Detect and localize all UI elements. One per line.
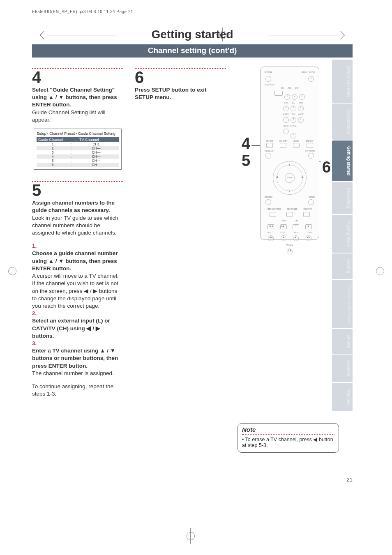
- osd-row: 2:CH—: [37, 146, 119, 150]
- callout-5: 5: [242, 152, 250, 170]
- side-tab: Español: [332, 355, 353, 382]
- substep-2-bold: Select an external input (L) or CATV/TV …: [32, 318, 110, 339]
- vcrplus-label: VCR Plus+: [265, 83, 275, 86]
- side-tab: Before you start: [332, 60, 353, 103]
- return-label: RETURN: [265, 196, 272, 198]
- side-tab: Others: [332, 329, 353, 354]
- step-4-number: 4: [32, 69, 123, 85]
- osd-screenshot: Setup> Channel Preset> Guide Channel Set…: [34, 129, 122, 170]
- skip-label: SKIP: [282, 219, 286, 222]
- menulist-button-icon: [265, 153, 271, 159]
- menulist-label: MENU/LIST: [265, 150, 274, 152]
- fwd-button-icon: ▶▶: [306, 235, 311, 241]
- substep-2-num: 2.: [32, 310, 37, 316]
- skip-prev-button: |◀◀: [267, 224, 274, 229]
- transport-label: FWD: [308, 232, 312, 234]
- setup-button-icon: [308, 199, 314, 205]
- rec-otr-button: [303, 212, 310, 217]
- pause-label: PAUSE: [286, 244, 293, 246]
- osd-row: 5:CH—: [37, 159, 119, 163]
- dpad-left-icon: ◀: [276, 175, 278, 179]
- osd-row: 6:CH—: [37, 163, 119, 167]
- substep-1-text2: If the channel you wish to set is not on…: [32, 280, 118, 309]
- step-4-text: Guide Channel Setting list will appear.: [32, 109, 106, 123]
- side-tab: Connections: [332, 104, 353, 140]
- remote-open-close-label: OPEN CLOSE: [301, 71, 315, 74]
- transport-label: STOP: [280, 232, 285, 234]
- subsection-band: Channel setting (cont'd): [32, 44, 353, 58]
- osd-row: 1:CH1: [37, 142, 119, 146]
- dpad-ring: ENTER ▲ ▼ ◀ ▶: [273, 161, 307, 195]
- remote-mid-item: ZOOM: [292, 140, 300, 149]
- substep-3-bold: Enter a TV channel using ▲ / ▼ buttons o…: [32, 348, 118, 368]
- osd-head-right: TV Channel: [79, 138, 99, 142]
- rec-label: REC/OTR: [303, 208, 311, 210]
- step-5-intro-bold: Assign channel numbers to the guide chan…: [32, 200, 115, 213]
- column-left: 4 Select "Guide Channel Setting" using ▲…: [32, 66, 123, 398]
- rec-label: REC SPEED: [287, 208, 297, 210]
- osd-table-header: Guide Channel : TV Channel: [37, 137, 119, 142]
- return-button-icon: ↩: [265, 199, 271, 205]
- running-header: E6550UD(EN_SP_FR).qx3 04.8.10 11:34 Page…: [32, 9, 353, 14]
- note-body: • To erase a TV channel, press ◀ button …: [242, 436, 334, 448]
- osd-breadcrumb: Setup> Channel Preset> Guide Channel Set…: [37, 131, 119, 136]
- stop-button-icon: ■: [281, 235, 286, 241]
- osd-row: 3:CH—: [37, 150, 119, 154]
- column-middle: 6 Press SETUP button to exit SETUP menu.: [135, 66, 226, 398]
- crop-mark-right: [372, 263, 388, 279]
- page-content: E6550UD(EN_SP_FR).qx3 04.8.10 11:34 Page…: [32, 9, 353, 398]
- step-4-instruction: Select "Guide Channel Setting" using ▲ /…: [32, 87, 117, 108]
- side-tab: Getting started: [332, 140, 353, 181]
- rec-label: REC MONITOR: [267, 208, 281, 210]
- ch-up-button: ▲: [305, 224, 312, 229]
- callout-6: 6: [322, 159, 331, 176]
- step-6-instruction: Press SETUP button to exit SETUP menu.: [135, 87, 207, 100]
- osd-head-left: Guide Channel: [38, 138, 75, 142]
- page-number: 21: [347, 477, 353, 483]
- step-5-number: 5: [32, 182, 123, 198]
- skip-next-button: ▶▶|: [280, 224, 287, 229]
- side-tab: Playing discs: [332, 215, 353, 253]
- step-6-number: 6: [135, 69, 226, 85]
- crop-mark-bottom: [182, 528, 199, 544]
- rec-monitor-button: [270, 212, 276, 217]
- dpad-down-icon: ▼: [288, 190, 291, 193]
- substep-1-num: 1.: [32, 243, 37, 249]
- topmenu-button-icon: [308, 153, 314, 159]
- remote-mid-item: CM SKIP: [279, 140, 287, 149]
- transport-label: PLAY: [294, 232, 299, 234]
- rev-button-icon: ◀◀: [268, 235, 274, 241]
- osd-head-sep: :: [75, 138, 79, 142]
- remote-power-label: POWER: [265, 71, 272, 74]
- crop-mark-left: [4, 263, 21, 279]
- substep-3-text: The channel number is assigned.: [32, 370, 114, 376]
- side-tabs: Before you startConnectionsGetting start…: [332, 60, 353, 412]
- remote-mid-item: REPEAT: [265, 140, 274, 149]
- osd-row: 4:CH—: [37, 154, 119, 159]
- setup-label: SETUP: [309, 196, 315, 198]
- substep-1-text: A cursor will move to a TV channel.: [32, 273, 119, 279]
- callout-4: 4: [242, 135, 250, 152]
- rec-speed-button: [286, 212, 293, 217]
- keypad-grid: .@/:ABCDEF123GHIJKLMNO456PQRSTUVWXYZ789C…: [261, 87, 319, 139]
- side-tab: Editing: [332, 253, 353, 279]
- side-tab: Français: [332, 383, 353, 411]
- dpad-up-icon: ▲: [288, 163, 291, 166]
- remote-control-illustration: POWER OPEN CLOSE ▲ VCR Plus+ .@/:ABCDEF1…: [260, 67, 319, 240]
- substep-3-num: 3.: [32, 340, 37, 346]
- pause-button-icon: ❚❚: [287, 249, 293, 254]
- note-box: Note • To erase a TV channel, press ◀ bu…: [238, 423, 339, 453]
- side-tab: Recording: [332, 182, 353, 214]
- topmenu-label: TOP MENU: [305, 150, 315, 152]
- section-title: Getting started: [151, 28, 233, 41]
- ch-label: CH: [295, 219, 297, 222]
- section-header-bar: Getting started: [32, 28, 353, 41]
- repeat-note: To continue assigning, repeat the steps …: [32, 383, 113, 397]
- note-title: Note: [242, 426, 334, 433]
- remote-mid-item: DISPLAY: [306, 140, 314, 149]
- transport-label: REV: [267, 232, 271, 234]
- substep-1-bold: Choose a guide channel number using ▲ / …: [32, 250, 118, 271]
- ch-down-button: ▼: [293, 224, 299, 229]
- play-button-icon: ▶: [293, 235, 299, 241]
- step-5-intro: Look in your TV guide to see which chann…: [32, 215, 118, 236]
